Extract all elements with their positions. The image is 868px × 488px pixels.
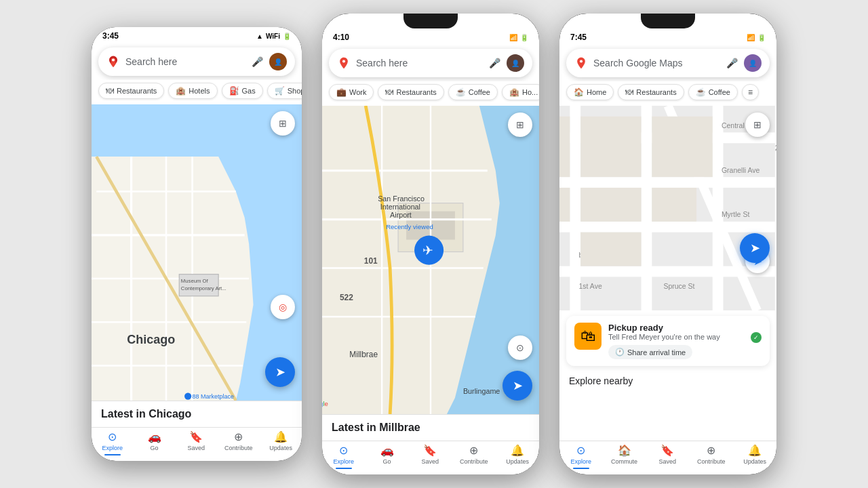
- maps-logo-3: [574, 56, 588, 70]
- chip-restaurants-3[interactable]: 🍽 Restaurants: [618, 84, 684, 100]
- chip-filter-3[interactable]: ≡: [742, 84, 759, 100]
- search-container-1: Search here 🎤 👤: [92, 42, 302, 80]
- gas-icon-1: ⛽: [229, 86, 239, 96]
- nav-saved-2[interactable]: 🔖 Saved: [416, 444, 443, 469]
- map-chicago[interactable]: Museum Of Contemporary Art... Chicago 88…: [92, 104, 302, 401]
- chip-work-2[interactable]: 💼 Work: [329, 84, 374, 100]
- restaurant-icon-1: 🍽: [106, 86, 114, 96]
- chip-label: Coffee: [709, 88, 730, 96]
- nav-label: Updates: [506, 458, 529, 465]
- avatar-2[interactable]: 👤: [507, 54, 524, 72]
- nav-go-1[interactable]: 🚗 Go: [141, 430, 168, 455]
- active-indicator-3: [573, 468, 589, 469]
- map-chicago-bg: Museum Of Contemporary Art... Chicago 88…: [92, 104, 302, 401]
- svg-text:Recently viewed: Recently viewed: [386, 223, 433, 230]
- avatar-1[interactable]: 👤: [269, 53, 287, 70]
- phone-chicago-screen: 3:45 ▲ WiFi 🔋 Search here 🎤 👤: [92, 27, 302, 461]
- saved-icon-2: 🔖: [423, 444, 437, 457]
- share-arrival-button[interactable]: 🕐 Share arrival time: [608, 345, 692, 359]
- status-bar-2: 4:10 📶 🔋: [322, 28, 539, 43]
- avatar-3[interactable]: 👤: [744, 54, 762, 72]
- search-container-2: Search here 🎤 👤: [322, 43, 539, 81]
- svg-rect-65: [652, 188, 696, 222]
- svg-text:Chicago: Chicago: [127, 333, 175, 346]
- chip-coffee-2[interactable]: ☕ Coffee: [448, 84, 498, 100]
- bottom-title-2: Latest in Millbrae: [332, 422, 530, 434]
- svg-text:Contemporary Art...: Contemporary Art...: [181, 285, 226, 291]
- svg-rect-48: [570, 106, 580, 310]
- nav-commute-3[interactable]: 🏠 Commute: [611, 444, 638, 469]
- nav-contribute-3[interactable]: ⊕ Contribute: [697, 444, 726, 469]
- hotel-icon-1: 🏨: [176, 86, 186, 96]
- nav-explore-1[interactable]: ⊙ Explore: [99, 430, 126, 455]
- navigate-fab-2[interactable]: ➤: [502, 371, 532, 401]
- mic-icon-2[interactable]: 🎤: [488, 56, 501, 70]
- svg-text:Granelli Ave: Granelli Ave: [722, 166, 760, 174]
- active-indicator-1: [104, 454, 121, 455]
- nav-label: Saved: [421, 458, 439, 465]
- location-button-2[interactable]: ⊙: [508, 336, 532, 360]
- svg-rect-67: [559, 117, 570, 177]
- svg-text:101: 101: [364, 256, 378, 266]
- svg-point-41: [580, 60, 583, 62]
- chip-restaurants-2[interactable]: 🍽 Restaurants: [378, 84, 443, 100]
- nav-explore-3[interactable]: ⊙ Explore: [568, 444, 595, 469]
- svg-rect-51: [775, 106, 776, 310]
- map-sf[interactable]: 101 522 San Francisco International Airp…: [322, 106, 539, 414]
- commute-icon-3: 🏠: [618, 444, 631, 457]
- layers-button-2[interactable]: ⊞: [508, 113, 532, 137]
- chip-restaurants-1[interactable]: 🍽 Restaurants: [98, 83, 164, 99]
- layers-button-3[interactable]: ⊞: [745, 113, 770, 137]
- map-street[interactable]: Central Ave Granelli Ave Myrtle St bert …: [559, 106, 776, 310]
- svg-text:88 Marketplace: 88 Marketplace: [193, 393, 234, 400]
- chip-hotels-1[interactable]: 🏨 Hotels: [168, 83, 217, 99]
- svg-rect-62: [580, 117, 641, 177]
- search-text-1: Search here: [125, 56, 245, 67]
- chip-shop-1[interactable]: 🛒 Shop: [267, 83, 302, 99]
- sf-map-svg: 101 522 San Francisco International Airp…: [322, 106, 539, 414]
- mic-icon-3[interactable]: 🎤: [725, 56, 738, 70]
- svg-text:Myrtle St: Myrtle St: [722, 210, 750, 218]
- explore-icon-3: ⊙: [576, 444, 585, 457]
- chip-coffee-3[interactable]: ☕ Coffee: [688, 84, 738, 100]
- nav-updates-1[interactable]: 🔔 Updates: [267, 430, 294, 455]
- layers-button-1[interactable]: ⊞: [271, 111, 295, 136]
- nav-updates-2[interactable]: 🔔 Updates: [504, 444, 531, 469]
- search-bar-1[interactable]: Search here 🎤 👤: [98, 47, 295, 76]
- status-time-1: 3:45: [102, 31, 119, 41]
- maps-logo-2: [337, 56, 351, 70]
- signal-icon-2: 📶: [509, 34, 517, 41]
- status-time-3: 7:45: [570, 33, 587, 42]
- svg-text:Millbrae: Millbrae: [349, 350, 378, 359]
- updates-icon-2: 🔔: [511, 444, 524, 457]
- nav-label: Explore: [102, 445, 123, 451]
- nav-label: Updates: [269, 445, 292, 451]
- wifi-icon: WiFi: [266, 33, 280, 40]
- svg-rect-63: [652, 117, 712, 177]
- chip-gas-1[interactable]: ⛽ Gas: [222, 83, 263, 99]
- nav-saved-1[interactable]: 🔖 Saved: [182, 430, 210, 455]
- chip-home-3[interactable]: 🏠 Home: [566, 84, 614, 100]
- nav-contribute-2[interactable]: ⊕ Contribute: [460, 444, 488, 469]
- hotel-icon-2: 🏨: [509, 87, 519, 97]
- saved-icon-1: 🔖: [189, 430, 203, 443]
- nav-explore-2[interactable]: ⊙ Explore: [330, 444, 357, 469]
- home-icon-3: 🏠: [574, 87, 584, 97]
- nav-go-2[interactable]: 🚗 Go: [374, 444, 401, 469]
- chip-label: Coffee: [469, 88, 490, 96]
- search-bar-2[interactable]: Search here 🎤 👤: [329, 49, 532, 77]
- bottom-title-1: Latest in Chicago: [101, 408, 292, 420]
- status-icons-1: ▲ WiFi 🔋: [256, 33, 291, 40]
- svg-point-16: [184, 392, 191, 399]
- mic-icon-1[interactable]: 🎤: [250, 55, 264, 68]
- nav-contribute-1[interactable]: ⊕ Contribute: [224, 430, 253, 455]
- nav-saved-3[interactable]: 🔖 Saved: [654, 444, 681, 469]
- location-button-1[interactable]: ◎: [271, 295, 295, 319]
- navigate-fab-1[interactable]: ➤: [265, 357, 295, 387]
- chip-hotels-2[interactable]: 🏨 Ho...: [502, 84, 539, 100]
- nav-updates-3[interactable]: 🔔 Updates: [741, 444, 768, 469]
- svg-text:✈: ✈: [422, 243, 433, 258]
- search-bar-3[interactable]: Search Google Maps 🎤 👤: [566, 49, 770, 77]
- nav-label: Saved: [187, 445, 205, 451]
- status-time-2: 4:10: [333, 33, 349, 42]
